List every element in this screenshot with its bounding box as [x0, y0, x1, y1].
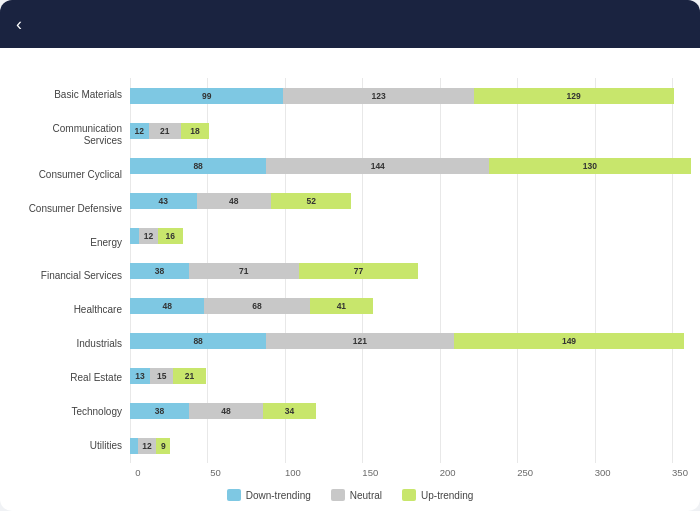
header: ‹: [0, 0, 700, 48]
x-tick: 300: [595, 467, 611, 478]
bar-row: 384834: [130, 401, 691, 421]
bar-segment-down: 48: [130, 298, 204, 314]
legend-color-box: [331, 489, 345, 501]
legend-color-box: [227, 489, 241, 501]
legend-label: Up-trending: [421, 490, 473, 501]
bar-segment-neutral: 15: [150, 368, 173, 384]
y-label: Healthcare: [20, 304, 122, 316]
y-label: Consumer Cyclical: [20, 169, 122, 181]
bar-segment-up: 130: [489, 158, 690, 174]
y-label: Industrials: [20, 338, 122, 350]
bar-row: 88144130: [130, 156, 691, 176]
legend-label: Down-trending: [246, 490, 311, 501]
bar-segment-neutral: 144: [266, 158, 489, 174]
main-container: ‹ Basic MaterialsCommunication ServicesC…: [0, 0, 700, 511]
bar-segment-up: 41: [310, 298, 373, 314]
bar-row: 387177: [130, 261, 691, 281]
legend-color-box: [402, 489, 416, 501]
bar-segment-neutral: 12: [138, 438, 157, 454]
bar-segment-down: 38: [130, 403, 189, 419]
y-label: Real Estate: [20, 372, 122, 384]
bar-segment-neutral: 68: [204, 298, 309, 314]
chart-body: Basic MaterialsCommunication ServicesCon…: [20, 78, 680, 501]
bar-segment-up: 129: [474, 88, 674, 104]
bar-segment-neutral: 21: [149, 123, 182, 139]
bar-segment-up: 9: [156, 438, 170, 454]
bar-segment-down: 13: [130, 368, 150, 384]
bar-row: 486841: [130, 296, 691, 316]
bar-row: 129: [130, 436, 691, 456]
legend-label: Neutral: [350, 490, 382, 501]
y-label: Technology: [20, 406, 122, 418]
bar-segment-neutral: 48: [189, 403, 263, 419]
x-tick: 200: [440, 467, 456, 478]
y-label: Energy: [20, 237, 122, 249]
bar-segment-neutral: 123: [283, 88, 473, 104]
y-label: Basic Materials: [20, 89, 122, 101]
x-tick: 250: [517, 467, 533, 478]
bar-row: 131521: [130, 366, 691, 386]
bar-segment-neutral: 48: [197, 193, 271, 209]
y-label: Financial Services: [20, 270, 122, 282]
bar-row: 122118: [130, 121, 691, 141]
bar-row: 99123129: [130, 86, 691, 106]
bar-segment-down: 12: [130, 123, 149, 139]
y-label: Utilities: [20, 440, 122, 452]
legend-item: Down-trending: [227, 489, 311, 501]
bar-segment-down: [130, 438, 138, 454]
bar-segment-neutral: 121: [266, 333, 453, 349]
bar-segment-up: 149: [454, 333, 685, 349]
x-axis: 050100150200250300350: [138, 463, 680, 483]
bar-segment-up: 16: [158, 228, 183, 244]
bar-segment-down: 43: [130, 193, 197, 209]
x-tick: 100: [285, 467, 301, 478]
x-tick: 150: [362, 467, 378, 478]
y-label: Consumer Defensive: [20, 203, 122, 215]
bar-segment-down: [130, 228, 139, 244]
bar-segment-down: 88: [130, 158, 266, 174]
bar-segment-up: 21: [173, 368, 206, 384]
bar-row: 88121149: [130, 331, 691, 351]
bar-segment-down: 38: [130, 263, 189, 279]
legend-item: Up-trending: [402, 489, 473, 501]
bar-segment-down: 88: [130, 333, 266, 349]
x-tick: 350: [672, 467, 688, 478]
bar-segment-down: 99: [130, 88, 283, 104]
bar-segment-up: 77: [299, 263, 418, 279]
bar-segment-neutral: 71: [189, 263, 299, 279]
chart-area: Basic MaterialsCommunication ServicesCon…: [0, 48, 700, 511]
x-tick: 50: [210, 467, 221, 478]
bar-row: 434852: [130, 191, 691, 211]
legend-item: Neutral: [331, 489, 382, 501]
back-button[interactable]: ‹: [16, 14, 22, 35]
bar-segment-up: 52: [271, 193, 352, 209]
bar-segment-up: 34: [263, 403, 316, 419]
bar-segment-up: 18: [181, 123, 209, 139]
bar-row: 1216: [130, 226, 691, 246]
bars-area: 9912312912211888144130434852121638717748…: [130, 78, 691, 463]
x-tick: 0: [135, 467, 140, 478]
y-axis: Basic MaterialsCommunication ServicesCon…: [20, 78, 130, 463]
legend: Down-trendingNeutralUp-trending: [20, 489, 680, 501]
bar-segment-neutral: 12: [139, 228, 158, 244]
chart-content: Basic MaterialsCommunication ServicesCon…: [20, 78, 680, 463]
y-label: Communication Services: [20, 123, 122, 147]
